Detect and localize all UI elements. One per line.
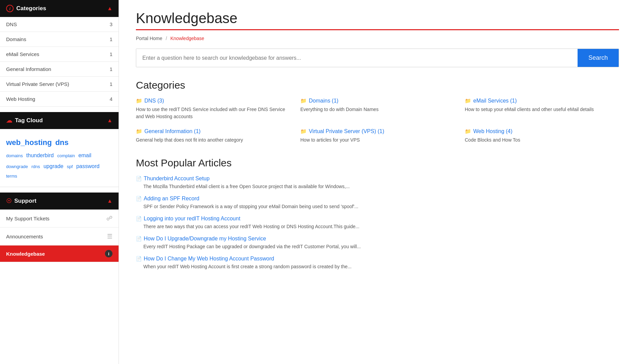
sidebar-item-knowledgebase[interactable]: Knowledgebase i — [0, 245, 119, 262]
sidebar-support-section: ☉ Support ▲ My Support Tickets ☍ Announc… — [0, 193, 119, 262]
breadcrumb-home[interactable]: Portal Home — [136, 36, 162, 41]
categories-grid: 📁 DNS (3) How to use the redIT DNS Servi… — [136, 98, 619, 144]
tagcloud-collapse-icon[interactable]: ▲ — [107, 117, 112, 124]
red-divider — [136, 29, 619, 30]
doc-icon: 📄 — [136, 236, 142, 241]
support-collapse-icon[interactable]: ▲ — [107, 198, 112, 204]
sidebar-item-count: 3 — [110, 21, 112, 27]
sidebar-item-label: General Information — [6, 66, 51, 72]
page-title: Knowledgebase — [136, 10, 619, 26]
tag-password[interactable]: password — [76, 163, 99, 169]
sidebar-item-label: Virtual Private Server (VPS) — [6, 81, 69, 87]
article-spf-desc: SPF or Sender Policy Framework is a way … — [136, 203, 619, 210]
sidebar-item-email[interactable]: eMail Services 1 — [0, 47, 119, 62]
doc-icon: 📄 — [136, 256, 142, 261]
category-dns-desc: How to use the redIT DNS Service include… — [136, 106, 290, 120]
category-webhosting-link[interactable]: 📁 Web Hosting (4) — [465, 128, 619, 134]
folder-icon: 📁 — [300, 128, 307, 134]
tag-thunderbird[interactable]: thunderbird — [26, 152, 54, 158]
sidebar-item-announcements[interactable]: Announcements ☰ — [0, 228, 119, 245]
sidebar-item-domains[interactable]: Domains 1 — [0, 32, 119, 47]
announcements-label: Announcements — [6, 234, 43, 239]
categories-collapse-icon[interactable]: ▲ — [107, 5, 112, 12]
tag-rdns[interactable]: rdns — [32, 164, 40, 169]
sidebar-item-count: 1 — [110, 51, 112, 57]
article-password: 📄 How Do I Change My Web Hosting Account… — [136, 256, 619, 270]
sidebar-categories-section: i Categories ▲ DNS 3 Domains 1 eMail Ser… — [0, 0, 119, 107]
categories-section-title: Categories — [136, 79, 619, 91]
sidebar-item-label: DNS — [6, 21, 17, 27]
sidebar-item-vps[interactable]: Virtual Private Server (VPS) 1 — [0, 77, 119, 92]
category-webhosting-desc: Code Blocks and How Tos — [465, 136, 619, 144]
category-email-desc: How to setup your eMail clients and othe… — [465, 106, 619, 113]
category-webhosting: 📁 Web Hosting (4) Code Blocks and How To… — [465, 128, 619, 144]
article-login-link[interactable]: 📄 Logging into your redIT Hosting Accoun… — [136, 216, 619, 222]
folder-icon: 📁 — [136, 128, 142, 134]
sidebar: i Categories ▲ DNS 3 Domains 1 eMail Ser… — [0, 0, 119, 364]
tag-domains[interactable]: domains — [6, 153, 23, 158]
folder-icon: 📁 — [136, 98, 142, 104]
support-icon: ☉ — [6, 197, 12, 205]
category-email: 📁 eMail Services (1) How to setup your e… — [465, 98, 619, 120]
article-login-desc: There are two ways that you can access y… — [136, 223, 619, 230]
sidebar-support-title: Support — [14, 198, 36, 204]
sidebar-item-count: 1 — [110, 66, 112, 72]
tag-complain[interactable]: complain — [57, 153, 75, 158]
tag-terms[interactable]: terms — [6, 174, 17, 179]
category-domains-label: Domains (1) — [309, 98, 338, 104]
kb-info-icon: i — [105, 250, 112, 257]
sidebar-item-dns[interactable]: DNS 3 — [0, 17, 119, 32]
category-general-link[interactable]: 📁 General Information (1) — [136, 128, 290, 134]
breadcrumb: Portal Home / Knowledgebase — [136, 36, 619, 41]
tag-dns[interactable]: dns — [55, 138, 69, 147]
sidebar-tagcloud-header: ☁ Tag Cloud ▲ — [0, 112, 119, 129]
folder-icon: 📁 — [300, 98, 307, 104]
sidebar-tagcloud-title: Tag Cloud — [15, 117, 43, 124]
tag-downgrade[interactable]: downgrade — [6, 164, 28, 169]
category-general: 📁 General Information (1) General help t… — [136, 128, 290, 144]
breadcrumb-separator: / — [166, 36, 167, 41]
category-dns-link[interactable]: 📁 DNS (3) — [136, 98, 290, 104]
doc-icon: 📄 — [136, 196, 142, 201]
category-email-link[interactable]: 📁 eMail Services (1) — [465, 98, 619, 104]
article-password-desc: When your redIT Web Hosting Account is f… — [136, 263, 619, 270]
category-general-desc: General help that does not fit into anot… — [136, 136, 290, 144]
category-dns-label: DNS (3) — [144, 98, 164, 104]
main-content: Knowledgebase Portal Home / Knowledgebas… — [119, 0, 636, 364]
category-domains-link[interactable]: 📁 Domains (1) — [300, 98, 455, 104]
sidebar-item-general[interactable]: General Information 1 — [0, 62, 119, 77]
tag-spf[interactable]: spf — [67, 164, 73, 169]
sidebar-item-count: 1 — [110, 81, 112, 87]
sidebar-tagcloud-section: ☁ Tag Cloud ▲ web_hosting dns domains th… — [0, 112, 119, 187]
category-email-label: eMail Services (1) — [473, 98, 517, 104]
doc-icon: 📄 — [136, 176, 142, 181]
article-password-link[interactable]: 📄 How Do I Change My Web Hosting Account… — [136, 256, 619, 262]
category-domains-desc: Everything to do with Domain Names — [300, 106, 455, 113]
article-login: 📄 Logging into your redIT Hosting Accoun… — [136, 216, 619, 230]
article-thunderbird-label: Thunderbird Account Setup — [144, 176, 210, 182]
category-vps-link[interactable]: 📁 Virtual Private Server (VPS) (1) — [300, 128, 455, 134]
search-bar: Search — [136, 49, 619, 67]
sidebar-item-webhosting[interactable]: Web Hosting 4 — [0, 92, 119, 107]
category-webhosting-label: Web Hosting (4) — [473, 128, 512, 134]
article-login-label: Logging into your redIT Hosting Account — [144, 216, 240, 222]
tag-email[interactable]: email — [78, 152, 91, 158]
folder-icon: 📁 — [465, 98, 471, 104]
tag-upgrade[interactable]: upgrade — [43, 163, 64, 169]
search-input[interactable] — [136, 49, 578, 67]
tag-web-hosting[interactable]: web_hosting — [6, 138, 52, 147]
sidebar-item-tickets[interactable]: My Support Tickets ☍ — [0, 210, 119, 228]
article-upgrade-link[interactable]: 📄 How Do I Upgrade/Downgrade my Hosting … — [136, 236, 619, 242]
sidebar-item-count: 4 — [110, 96, 112, 102]
article-password-label: How Do I Change My Web Hosting Account P… — [144, 256, 274, 262]
article-spf-link[interactable]: 📄 Adding an SPF Record — [136, 196, 619, 202]
article-thunderbird-link[interactable]: 📄 Thunderbird Account Setup — [136, 176, 619, 182]
sidebar-item-count: 1 — [110, 36, 112, 42]
article-upgrade: 📄 How Do I Upgrade/Downgrade my Hosting … — [136, 236, 619, 250]
search-button[interactable]: Search — [578, 49, 619, 67]
sidebar-support-header: ☉ Support ▲ — [0, 193, 119, 210]
tag-cloud-content: web_hosting dns domains thunderbird comp… — [0, 129, 119, 187]
articles-list: 📄 Thunderbird Account Setup The Mozilla … — [136, 176, 619, 270]
article-upgrade-desc: Every redIT Hosting Package can be upgra… — [136, 243, 619, 250]
article-spf: 📄 Adding an SPF Record SPF or Sender Pol… — [136, 196, 619, 210]
